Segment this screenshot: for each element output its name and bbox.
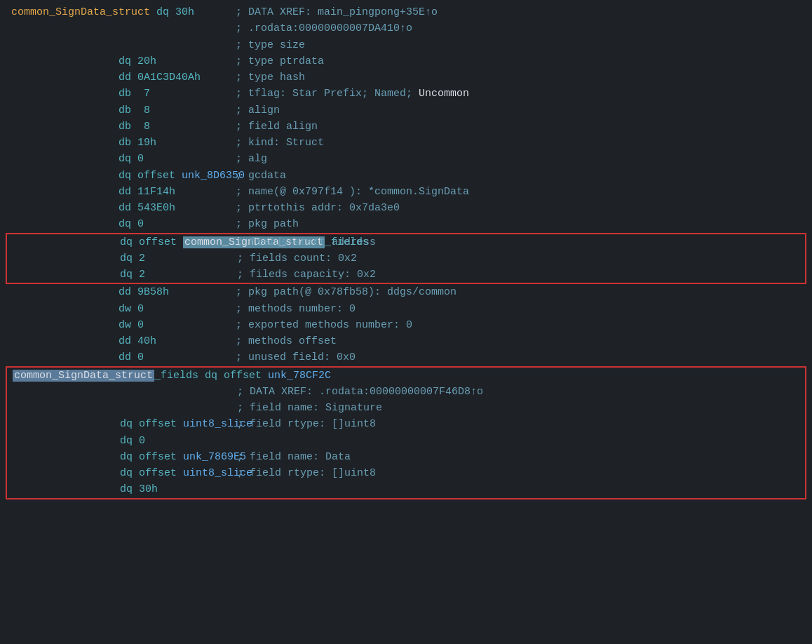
rb2-comment-3: ; field name: Signature xyxy=(237,400,799,416)
line-after-3: dw 0 ; exported methods number: 0 xyxy=(0,317,812,333)
rb2-comment-6: ; field name: Data xyxy=(237,449,799,465)
line-10: dq 0 ; alg xyxy=(0,151,812,167)
comment-after-5: ; unused field: 0x0 xyxy=(236,349,801,365)
line-3: ; type size xyxy=(0,37,812,53)
comment-5: ; type hash xyxy=(236,69,801,86)
rb2-comment-4: ; field rtype: []uint8 xyxy=(237,416,799,432)
comment-9: ; kind: Struct xyxy=(236,135,801,151)
rb2-line-5: dq 0 xyxy=(7,433,805,449)
rb2-line-6: dq offset unk_7869E5 ; field name: Data xyxy=(7,449,805,465)
line-after-4: dd 40h ; methods offset xyxy=(0,333,812,349)
rb-line-2: dq 2 ; fields count: 0x2 xyxy=(7,250,805,267)
comment-after-2: ; methods number: 0 xyxy=(236,301,801,317)
rb2-line-1: common_SignData_struct_fields dq offset … xyxy=(7,368,805,384)
rb2-line-7: dq offset uint8_slice ; field rtype: []u… xyxy=(7,465,805,481)
rb2-line-8: dq 30h xyxy=(7,481,805,497)
line-13: dd 543E0h ; ptrtothis addr: 0x7da3e0 xyxy=(0,200,812,216)
rb-comment-3: ; fileds capacity: 0x2 xyxy=(237,267,799,283)
comment-6: ; tflag: Star Prefix; Named; Uncommon xyxy=(236,86,801,102)
line-12: dd 11F14h ; name(@ 0x797f14 ): *common.S… xyxy=(0,184,812,200)
label-common-sign: common_SignData_struct dq 30h xyxy=(11,4,236,20)
comment-7: ; align xyxy=(236,102,801,119)
line-8: db 8 ; field align xyxy=(0,119,812,135)
comment-8: ; field align xyxy=(236,119,801,135)
line-4: dq 20h ; type ptrdata xyxy=(0,53,812,69)
rb2-line-3: ; field name: Signature xyxy=(7,400,805,416)
line-7: db 8 ; align xyxy=(0,102,812,119)
comment-1: ; DATA XREF: main_pingpong+35E↑o xyxy=(236,4,801,20)
rb-comment-1: ; fields start address xyxy=(237,234,799,250)
comment-after-4: ; methods offset xyxy=(236,333,801,349)
red-box-fields: dq offset common_SignData_struct_fields … xyxy=(6,233,806,285)
comment-13: ; ptrtothis addr: 0x7da3e0 xyxy=(236,200,801,216)
comment-11: ; gcdata xyxy=(236,168,801,184)
line-11: dq offset unk_8D6350 ; gcdata xyxy=(0,168,812,184)
comment-after-1: ; pkg path(@ 0x78fb58): ddgs/common xyxy=(236,284,801,300)
line-1: common_SignData_struct dq 30h ; DATA XRE… xyxy=(0,4,812,20)
line-2: ; .rodata:00000000007DA410↑o xyxy=(0,20,812,36)
rb-line-3: dq 2 ; fileds capacity: 0x2 xyxy=(7,267,805,283)
comment-4: ; type ptrdata xyxy=(236,53,801,69)
comment-14: ; pkg path xyxy=(236,216,801,232)
code-view: common_SignData_struct dq 30h ; DATA XRE… xyxy=(0,0,812,504)
comment-after-3: ; exported methods number: 0 xyxy=(236,317,801,333)
line-6: db 7 ; tflag: Star Prefix; Named; Uncomm… xyxy=(0,86,812,102)
rb2-comment-2: ; DATA XREF: .rodata:00000000007F46D8↑o xyxy=(237,384,799,400)
rb-comment-2: ; fields count: 0x2 xyxy=(237,250,799,267)
line-after-5: dd 0 ; unused field: 0x0 xyxy=(0,349,812,365)
rb2-line-2: ; DATA XREF: .rodata:00000000007F46D8↑o xyxy=(7,384,805,400)
line-5: dd 0A1C3D40Ah ; type hash xyxy=(0,69,812,86)
line-9: db 19h ; kind: Struct xyxy=(0,135,812,151)
rb2-comment-7: ; field rtype: []uint8 xyxy=(237,465,799,481)
line-after-2: dw 0 ; methods number: 0 xyxy=(0,301,812,317)
comment-2: ; .rodata:00000000007DA410↑o xyxy=(236,20,801,36)
comment-12: ; name(@ 0x797f14 ): *common.SignData xyxy=(236,184,801,200)
line-after-1: dd 9B58h ; pkg path(@ 0x78fb58): ddgs/co… xyxy=(0,284,812,300)
comment-3: ; type size xyxy=(236,37,801,53)
line-14: dq 0 ; pkg path xyxy=(0,216,812,232)
red-box-fields-2: common_SignData_struct_fields dq offset … xyxy=(6,366,806,499)
rb2-line-4: dq offset uint8_slice ; field rtype: []u… xyxy=(7,416,805,432)
rb-line-1: dq offset common_SignData_struct_fields … xyxy=(7,234,805,250)
comment-10: ; alg xyxy=(236,151,801,167)
